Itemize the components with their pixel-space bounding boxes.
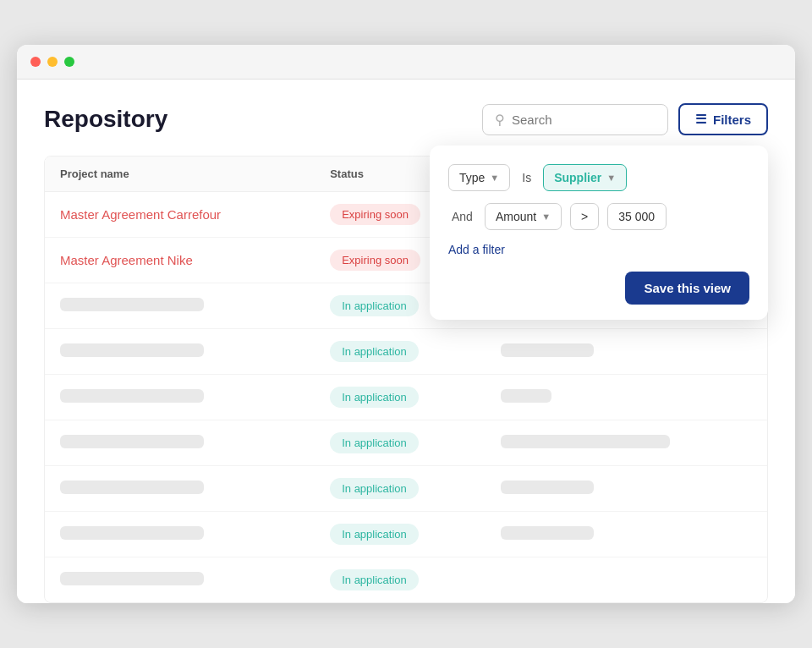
table-cell-name [45, 512, 315, 557]
table-cell-extra [486, 466, 767, 512]
project-name-link[interactable]: Master Agreement Carrefour [60, 207, 221, 222]
amount-chevron-icon: ▼ [541, 211, 551, 222]
table-cell-status: In application [315, 375, 486, 420]
search-icon: ⚲ [495, 112, 505, 128]
status-badge: In application [330, 524, 419, 545]
table-cell-extra [486, 512, 767, 557]
status-badge: In application [330, 387, 419, 408]
skeleton-extra [501, 526, 594, 540]
table-cell-name [45, 466, 315, 512]
skeleton-extra [501, 481, 594, 494]
amount-label: Amount [496, 210, 536, 223]
status-badge: In application [330, 295, 419, 316]
table-cell-name [45, 375, 315, 420]
skeleton-extra [501, 435, 670, 448]
table-cell-extra [486, 329, 767, 375]
table-cell-name: Master Agreement Nike [45, 238, 315, 283]
table-cell-status: In application [315, 512, 486, 557]
col-project-name: Project name [45, 157, 315, 192]
supplier-chevron-icon: ▼ [606, 173, 616, 183]
filter-and-label: And [448, 204, 476, 229]
skeleton-name [60, 481, 204, 494]
skeleton-extra [501, 343, 594, 357]
header-row: Repository ⚲ ☰ Filters [44, 103, 768, 135]
table-cell-name [45, 557, 315, 603]
table-cell-status: In application [315, 329, 486, 375]
table-cell-name [45, 329, 315, 375]
status-badge: In application [330, 478, 419, 499]
table-cell-name: Master Agreement Carrefour [45, 192, 315, 238]
add-filter-link[interactable]: Add a filter [448, 243, 505, 256]
filters-button[interactable]: ☰ Filters [678, 103, 768, 135]
table-row: In application [45, 329, 767, 375]
titlebar [17, 45, 795, 80]
supplier-label: Supplier [554, 171, 601, 184]
header-actions: ⚲ ☰ Filters [482, 103, 768, 135]
skeleton-name [60, 298, 204, 311]
page-title: Repository [44, 106, 167, 133]
table-row: In application [45, 512, 767, 557]
status-badge: Expiring soon [330, 204, 420, 225]
maximize-dot [64, 57, 74, 67]
skeleton-name [60, 389, 204, 403]
filter-is-label: Is [518, 165, 535, 190]
filter-row-1: Type ▼ Is Supplier ▼ [448, 164, 749, 191]
table-row: In application [45, 420, 767, 466]
skeleton-name [60, 526, 204, 540]
table-row: In application [45, 466, 767, 512]
table-row: In application [45, 557, 767, 603]
filter-row-2: And Amount ▼ > 35 000 [448, 203, 749, 230]
status-badge: In application [330, 432, 419, 453]
table-cell-status: In application [315, 557, 486, 603]
close-dot [30, 57, 41, 67]
skeleton-extra [501, 389, 551, 403]
filter-footer: Save this view [448, 272, 749, 305]
table-cell-extra [486, 375, 767, 420]
skeleton-name [60, 343, 204, 357]
filter-type-label: Type [459, 171, 485, 184]
status-badge: Expiring soon [330, 250, 420, 271]
status-badge: In application [330, 341, 419, 362]
project-name-link[interactable]: Master Agreement Nike [60, 253, 193, 267]
minimize-dot [47, 57, 58, 67]
main-content: Repository ⚲ ☰ Filters Type ▼ Is [17, 80, 795, 603]
filter-supplier-select[interactable]: Supplier ▼ [543, 164, 627, 191]
chevron-down-icon: ▼ [490, 173, 499, 183]
skeleton-name [60, 435, 204, 448]
app-window: Repository ⚲ ☰ Filters Type ▼ Is [17, 45, 795, 603]
filter-amount-select[interactable]: Amount ▼ [485, 203, 562, 230]
filter-panel: Type ▼ Is Supplier ▼ And Amount ▼ > 35 0… [430, 146, 768, 320]
filters-label: Filters [713, 113, 751, 127]
status-badge: In application [330, 569, 419, 590]
table-cell-status: In application [315, 466, 486, 512]
skeleton-name [60, 572, 204, 585]
table-cell-name [45, 420, 315, 466]
search-input[interactable] [512, 113, 656, 127]
filter-operator: > [570, 203, 599, 230]
table-cell-extra [486, 420, 767, 466]
save-view-button[interactable]: Save this view [625, 272, 749, 305]
filter-value[interactable]: 35 000 [607, 203, 667, 230]
table-cell-status: In application [315, 420, 486, 466]
filter-icon: ☰ [695, 112, 706, 127]
filter-type-select[interactable]: Type ▼ [448, 164, 510, 191]
table-row: In application [45, 375, 767, 420]
table-cell-extra [486, 557, 767, 603]
search-bar[interactable]: ⚲ [482, 104, 668, 135]
table-cell-name [45, 283, 315, 329]
